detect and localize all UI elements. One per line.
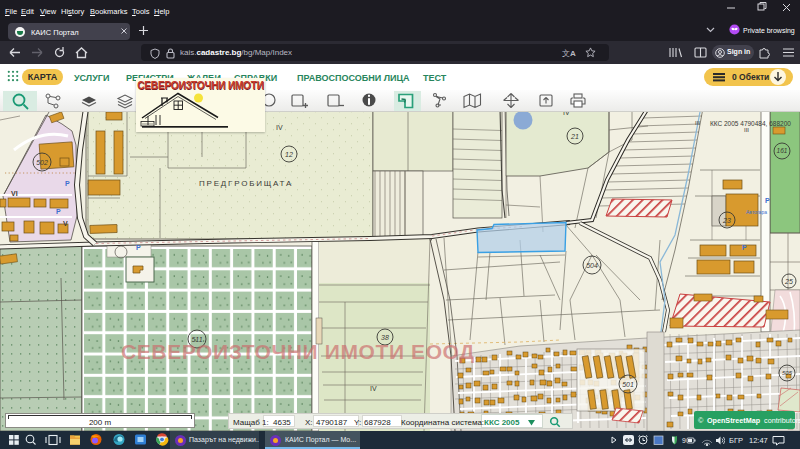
svg-text:IV: IV — [276, 124, 283, 131]
svg-text:VI: VI — [11, 190, 18, 197]
svg-text:504: 504 — [586, 262, 598, 269]
svg-text:V: V — [63, 220, 68, 227]
svg-text:21: 21 — [570, 133, 579, 140]
svg-text:P: P — [742, 244, 747, 251]
svg-text:P: P — [65, 180, 70, 187]
svg-text:III: III — [695, 120, 700, 126]
svg-text:9: 9 — [682, 437, 686, 444]
svg-text:ККС 2005 4790484, 688200: ККС 2005 4790484, 688200 — [710, 120, 791, 127]
svg-text:502: 502 — [36, 159, 48, 166]
svg-text:25: 25 — [784, 278, 793, 285]
svg-text:IV: IV — [370, 385, 377, 392]
svg-text:СЕВЕРОИЗТОЧНИ ИМОТИ ЕООД: СЕВЕРОИЗТОЧНИ ИМОТИ ЕООД — [121, 340, 475, 363]
svg-text:ПРЕДГРОБИЩАТА: ПРЕДГРОБИЩАТА — [199, 179, 293, 188]
svg-text:501: 501 — [622, 381, 634, 388]
svg-text:12: 12 — [285, 151, 293, 158]
svg-text:P: P — [56, 208, 61, 215]
svg-text:505: 505 — [782, 370, 793, 376]
svg-text:P: P — [765, 197, 770, 204]
svg-text:Автогара: Автогара — [746, 209, 767, 215]
svg-text:III: III — [744, 127, 749, 133]
svg-text:161: 161 — [777, 147, 788, 154]
svg-text:23: 23 — [722, 217, 731, 224]
svg-text:P: P — [136, 244, 141, 251]
